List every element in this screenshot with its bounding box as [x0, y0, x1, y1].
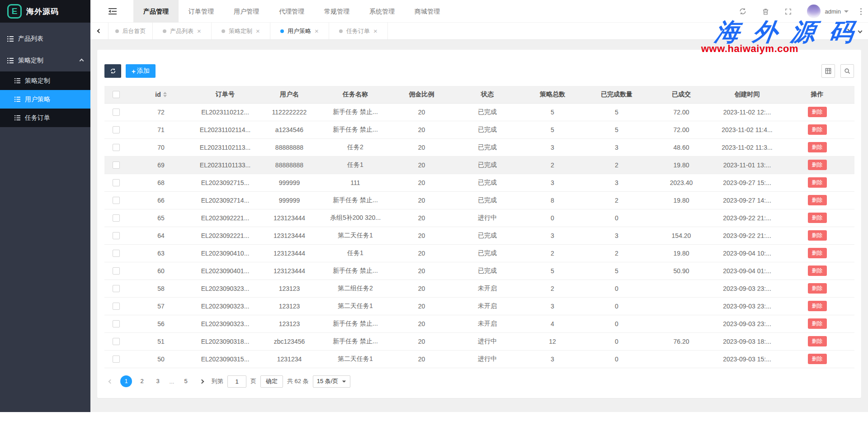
cell-id: 68	[128, 174, 194, 191]
tab-scroll-left-icon[interactable]	[90, 23, 108, 39]
nav-tab-mall[interactable]: 商城管理	[405, 0, 450, 23]
refresh-table-button[interactable]	[104, 64, 121, 78]
nav-tab-agent[interactable]: 代理管理	[269, 0, 314, 23]
tab-user-strategy[interactable]: 用户策略 ×	[270, 23, 329, 39]
delete-button[interactable]: 删除	[808, 248, 827, 258]
sidebar-item-product-list[interactable]: 产品列表	[0, 28, 90, 50]
close-icon[interactable]: ×	[256, 28, 260, 34]
close-icon[interactable]: ×	[197, 28, 201, 34]
columns-grid-icon[interactable]	[821, 64, 835, 78]
delete-button[interactable]: 删除	[808, 318, 827, 329]
delete-button[interactable]: 删除	[808, 230, 827, 241]
cell-done: 3	[585, 227, 648, 244]
row-checkbox[interactable]	[113, 320, 120, 327]
sidebar-item-strategy[interactable]: 策略定制	[0, 50, 90, 71]
row-checkbox[interactable]	[113, 161, 120, 169]
row-checkbox[interactable]	[113, 356, 120, 363]
cell-deal: 2023.40	[648, 174, 714, 191]
cell-total: 4	[520, 315, 585, 332]
cell-total: 5	[520, 121, 585, 138]
cell-user: 123123	[256, 297, 322, 315]
more-menu-icon[interactable]	[859, 6, 863, 17]
row-checkbox[interactable]	[113, 267, 120, 275]
page-number[interactable]: 1	[120, 375, 132, 387]
page-number[interactable]: 5	[180, 375, 192, 387]
goto-label: 到第	[212, 377, 223, 385]
cell-total: 5	[520, 103, 585, 121]
delete-button[interactable]: 删除	[808, 160, 827, 170]
row-checkbox[interactable]	[113, 214, 120, 222]
select-all-checkbox[interactable]	[113, 91, 120, 98]
row-checkbox[interactable]	[113, 197, 120, 204]
sidebar-subitem-user-strategy[interactable]: 用户策略	[0, 90, 90, 109]
row-checkbox[interactable]	[113, 109, 120, 116]
add-button[interactable]: +添加	[126, 64, 156, 78]
sort-icon[interactable]	[163, 92, 167, 97]
column-header: id	[155, 91, 160, 98]
refresh-icon[interactable]	[739, 7, 747, 15]
prev-page-button[interactable]	[104, 375, 116, 387]
page-number[interactable]: 2	[136, 375, 148, 387]
nav-tab-general[interactable]: 常规管理	[314, 0, 359, 23]
delete-button[interactable]: 删除	[808, 301, 827, 311]
trash-icon[interactable]	[762, 8, 769, 15]
username[interactable]: admin	[825, 8, 841, 15]
row-checkbox[interactable]	[113, 303, 120, 310]
delete-button[interactable]: 删除	[808, 142, 827, 152]
page-number[interactable]: 3	[152, 375, 164, 387]
nav-tab-order[interactable]: 订单管理	[179, 0, 224, 23]
sidebar-subitem-strategy[interactable]: 策略定制	[0, 71, 90, 90]
cell-deal: 50.90	[648, 262, 714, 280]
tab-task-order[interactable]: 任务订单 ×	[329, 23, 388, 39]
cell-user: 88888888	[256, 138, 322, 156]
fullscreen-icon[interactable]	[784, 8, 792, 15]
tab-strategy-custom[interactable]: 策略定制 ×	[212, 23, 270, 39]
next-page-button[interactable]	[196, 375, 208, 387]
nav-tab-user[interactable]: 用户管理	[224, 0, 269, 23]
delete-button[interactable]: 删除	[808, 266, 827, 276]
sidebar: E 海外源码 产品列表 策略定制	[0, 0, 90, 412]
tab-menu-icon[interactable]	[858, 29, 863, 33]
cell-id: 63	[128, 244, 194, 262]
delete-button[interactable]: 删除	[808, 177, 827, 188]
avatar[interactable]	[807, 5, 821, 18]
delete-button[interactable]: 删除	[808, 213, 827, 223]
row-checkbox[interactable]	[113, 250, 120, 257]
tab-scroll-right-icon[interactable]	[846, 29, 850, 33]
tab-dashboard[interactable]: 后台首页	[108, 23, 153, 39]
cell-total: 8	[520, 191, 585, 209]
delete-button[interactable]: 删除	[808, 283, 827, 294]
chevron-down-icon	[342, 380, 346, 382]
row-checkbox[interactable]	[113, 338, 120, 345]
row-checkbox[interactable]	[113, 179, 120, 186]
row-checkbox[interactable]	[113, 144, 120, 151]
search-icon[interactable]	[840, 64, 854, 78]
confirm-button[interactable]: 确定	[260, 375, 283, 388]
cell-task: 第二组任务2	[322, 280, 388, 297]
sidebar-subitem-task-order[interactable]: 任务订单	[0, 109, 90, 127]
page-size-select[interactable]: 15 条/页	[313, 375, 351, 388]
delete-button[interactable]: 删除	[808, 124, 827, 135]
delete-button[interactable]: 删除	[808, 354, 827, 364]
nav-tab-system[interactable]: 系统管理	[359, 0, 405, 23]
row-checkbox[interactable]	[113, 232, 120, 239]
cell-created: 2023-11-02 12:...	[714, 103, 780, 121]
tab-product-list[interactable]: 产品列表 ×	[153, 23, 212, 39]
cell-done: 2	[585, 244, 648, 262]
page-size-value: 15 条/页	[317, 377, 339, 385]
sidebar-collapse-icon[interactable]	[107, 6, 118, 17]
cell-order: EL2023090323...	[194, 297, 256, 315]
delete-button[interactable]: 删除	[808, 336, 827, 346]
cell-done: 5	[585, 121, 648, 138]
cell-done: 0	[585, 315, 648, 332]
close-icon[interactable]: ×	[373, 28, 377, 34]
close-icon[interactable]: ×	[315, 28, 319, 34]
row-checkbox[interactable]	[113, 285, 120, 292]
delete-button[interactable]: 删除	[808, 107, 827, 117]
cell-user: 123123444	[256, 244, 322, 262]
nav-tab-product[interactable]: 产品管理	[133, 0, 179, 23]
delete-button[interactable]: 删除	[808, 195, 827, 205]
goto-page-input[interactable]	[227, 375, 246, 388]
chevron-down-icon[interactable]	[844, 10, 849, 13]
row-checkbox[interactable]	[113, 126, 120, 133]
